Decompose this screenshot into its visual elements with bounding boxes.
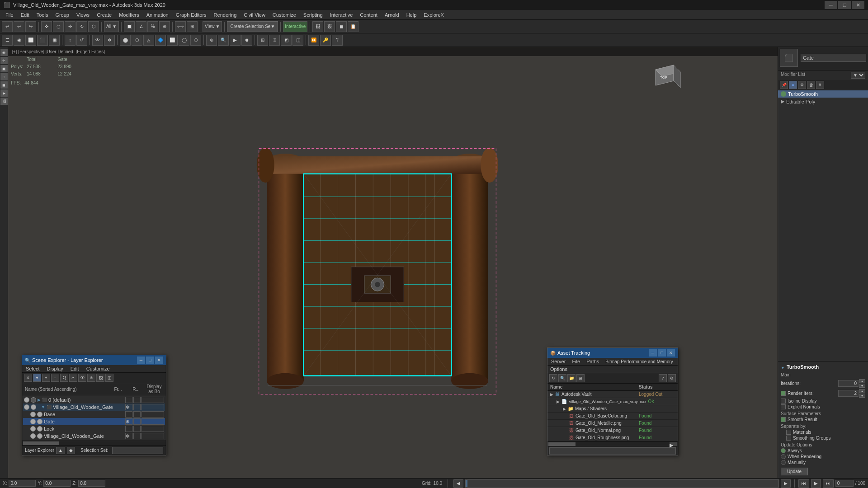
- at-options-label[interactable]: Options: [550, 366, 567, 372]
- sidebar-select-icon[interactable]: ◉: [0, 49, 8, 56]
- at-expand-maps[interactable]: ▶: [563, 407, 566, 411]
- at-menu-file[interactable]: File: [569, 358, 583, 365]
- mateditor-btn[interactable]: ◼: [336, 21, 347, 32]
- at-close-btn[interactable]: ✕: [667, 349, 675, 357]
- time-thumb[interactable]: [466, 480, 467, 487]
- percent-snap[interactable]: %: [147, 21, 158, 32]
- at-item-basecolor[interactable]: 🖼 Gate_Old_BaseColor.png Found: [547, 413, 678, 420]
- redo-button[interactable]: ↪: [25, 21, 36, 32]
- sidebar-obj-icon[interactable]: □: [0, 73, 8, 80]
- menu-item-views[interactable]: Views: [73, 11, 93, 19]
- se-render-icon[interactable]: 🖼: [96, 374, 104, 382]
- at-item-normal[interactable]: 🖼 Gate_Old_Normal.png Found: [547, 427, 678, 434]
- t2-shape3[interactable]: ◬: [143, 35, 154, 46]
- at-item-vault[interactable]: ▶ 🏛 Autodesk Vault Logged Out: [547, 391, 678, 398]
- at-scrollbar[interactable]: ▶: [547, 441, 678, 446]
- scale-btn[interactable]: ⬡: [88, 21, 99, 32]
- menu-item-modifiers[interactable]: Modifiers: [115, 11, 143, 19]
- t2-btn3[interactable]: ⬜: [25, 35, 36, 46]
- time-slider-btn2[interactable]: ▶: [781, 479, 791, 488]
- mod-stack-icon[interactable]: ≡: [789, 81, 797, 89]
- at-grid-icon[interactable]: ⊞: [576, 374, 585, 382]
- snap-toggle[interactable]: 🔲: [124, 21, 135, 32]
- prev-frame-btn[interactable]: ⏮: [798, 479, 809, 488]
- at-help-icon[interactable]: ?: [659, 374, 667, 382]
- t2-btn1[interactable]: ☰: [2, 35, 13, 46]
- se-eye-gate[interactable]: [30, 419, 36, 424]
- t2-key[interactable]: 🔑: [320, 35, 331, 46]
- render2-btn[interactable]: 🖼: [324, 21, 335, 32]
- ts-whenrender-rb[interactable]: [781, 454, 786, 459]
- t2-shape2[interactable]: ⬡: [132, 35, 142, 46]
- t2-shape6[interactable]: ◯: [179, 35, 189, 46]
- at-item-metallic[interactable]: 🖼 Gate_Old_Metallic.png Found: [547, 420, 678, 427]
- t2-help[interactable]: ?: [332, 35, 343, 46]
- se-menu-select[interactable]: Select: [22, 365, 43, 372]
- menu-item-rendering[interactable]: Rendering: [210, 11, 241, 19]
- ts-renderiter-input[interactable]: [838, 390, 859, 397]
- se-filter-icon[interactable]: ✕: [24, 374, 32, 382]
- t2-shape1[interactable]: ⬤: [120, 35, 131, 46]
- at-menu-paths[interactable]: Paths: [584, 358, 602, 365]
- t2-play[interactable]: ▶: [230, 35, 241, 46]
- menu-item-group[interactable]: Group: [52, 11, 73, 19]
- sidebar-render-icon[interactable]: 🖼: [0, 98, 8, 105]
- se-sort-icon[interactable]: ▼: [33, 374, 41, 382]
- se-disp-vog[interactable]: [142, 404, 164, 410]
- se-item-gate[interactable]: Gate ❄: [23, 418, 165, 425]
- select2-btn[interactable]: ◌: [53, 21, 64, 32]
- at-menu-server[interactable]: Server: [548, 358, 568, 365]
- mod-move-up-icon[interactable]: ⬆: [816, 81, 824, 89]
- t2-btn4[interactable]: ⬛: [37, 35, 48, 46]
- se-maximize-btn[interactable]: □: [146, 357, 154, 364]
- se-close-btn[interactable]: ✕: [155, 357, 163, 364]
- se-disp-lock[interactable]: [142, 426, 164, 432]
- ts-riter-up[interactable]: ▲: [859, 389, 865, 393]
- se-footer-btn2[interactable]: ◆: [67, 447, 75, 454]
- se-menu-customize[interactable]: Customize: [83, 365, 113, 372]
- view-dropdown[interactable]: View ▼: [203, 21, 222, 32]
- select-btn[interactable]: ✜: [41, 21, 52, 32]
- angle-snap[interactable]: ∠: [136, 21, 146, 32]
- ts-always-rb[interactable]: [781, 448, 786, 453]
- undo2-button[interactable]: ↩: [14, 21, 24, 32]
- at-scroll-right[interactable]: ▶: [670, 442, 677, 446]
- sidebar-mat-icon[interactable]: ◼: [0, 81, 8, 89]
- ts-isoline-cb[interactable]: [781, 399, 786, 404]
- se-expand-vog[interactable]: ▼: [41, 405, 45, 409]
- se-item-base[interactable]: Base: [23, 411, 165, 418]
- ts-riter-down[interactable]: ▼: [859, 394, 865, 398]
- t2-move[interactable]: ↕: [65, 35, 75, 46]
- ts-update-button[interactable]: Update: [781, 468, 808, 475]
- ts-manually-rb[interactable]: [781, 460, 786, 465]
- explorer-btn[interactable]: 📋: [348, 21, 359, 32]
- t2-shape5[interactable]: ⬜: [167, 35, 178, 46]
- viewport[interactable]: [+] [Perspective] [User Defined] [Edged …: [8, 47, 778, 478]
- ts-explicit-cb[interactable]: [781, 404, 786, 409]
- at-item-maps[interactable]: ▶ 📁 Maps / Shaders: [547, 405, 678, 413]
- se-eye-vog-sub[interactable]: [30, 433, 36, 439]
- se-rnd-lock[interactable]: [133, 426, 141, 432]
- se-link-icon[interactable]: ⛓: [60, 374, 68, 382]
- se-disp-default[interactable]: [142, 397, 164, 403]
- menu-item-help[interactable]: Help: [403, 11, 420, 19]
- at-scroll-thumb[interactable]: [548, 442, 576, 446]
- t2-anim[interactable]: ⏩: [308, 35, 319, 46]
- maximize-button[interactable]: □: [838, 1, 851, 9]
- se-eye2-vog[interactable]: [31, 404, 36, 410]
- se-item-vog-sub[interactable]: Village_Old_Wooden_Gate ❄: [23, 432, 165, 440]
- menu-item-customize[interactable]: Customize: [269, 11, 300, 19]
- menu-item-civil-view[interactable]: Civil View: [240, 11, 269, 19]
- at-folder-icon[interactable]: 📁: [567, 374, 576, 382]
- menu-item-scripting[interactable]: Scripting: [300, 11, 326, 19]
- move-btn[interactable]: ✛: [65, 21, 75, 32]
- t2-shape4[interactable]: 🔷: [155, 35, 166, 46]
- menu-item-tools[interactable]: Tools: [33, 11, 52, 19]
- ts-materials-cb[interactable]: [786, 430, 791, 435]
- se-eye2-default[interactable]: [31, 397, 36, 403]
- menu-item-graph-editors[interactable]: Graph Editors: [172, 11, 210, 19]
- render-btn[interactable]: 🖼: [312, 21, 323, 32]
- frame-input[interactable]: [835, 480, 854, 487]
- menu-item-edit[interactable]: Edit: [17, 11, 33, 19]
- t2-freeze[interactable]: ❄: [104, 35, 115, 46]
